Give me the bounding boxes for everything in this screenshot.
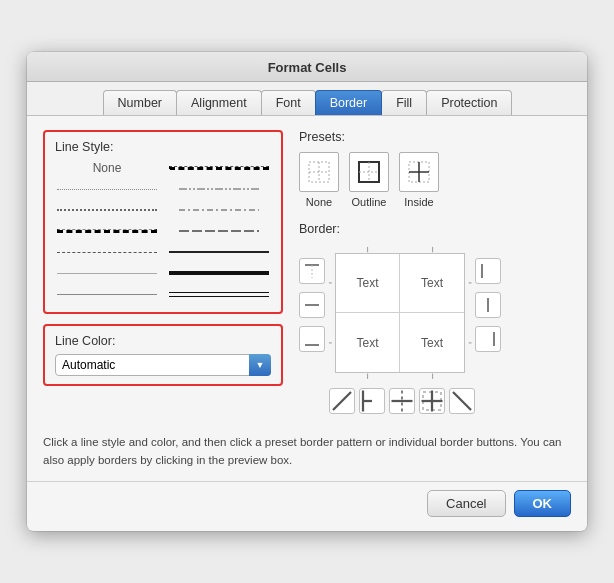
border-btn-right[interactable] <box>475 326 501 352</box>
line-color-dropdown-wrapper: Automatic <box>55 354 271 376</box>
line-styles-grid: None <box>55 160 271 302</box>
preset-none-icon <box>299 152 339 192</box>
tick-top-right: ╷ <box>430 242 435 252</box>
preview-row: ╴ ╴ Text Text Text Text ╶ ╶ <box>329 253 471 373</box>
border-btn-left[interactable] <box>475 258 501 284</box>
preset-outline[interactable]: Outline <box>349 152 389 208</box>
border-btn-diag-left[interactable] <box>359 388 385 414</box>
left-panel: Line Style: None <box>43 130 283 414</box>
tab-border[interactable]: Border <box>315 90 383 115</box>
border-preview-box[interactable]: Text Text Text Text <box>335 253 465 373</box>
right-border-buttons <box>475 242 501 354</box>
line-style-none[interactable]: None <box>55 160 159 176</box>
preview-cell-tr: Text <box>400 254 464 313</box>
preset-inside-label: Inside <box>404 196 433 208</box>
border-preview-wrapper: ╷ ╷ ╴ ╴ Text Text Text Text <box>329 242 471 384</box>
preset-none[interactable]: None <box>299 152 339 208</box>
svg-line-31 <box>453 392 471 410</box>
dialog-title: Format Cells <box>27 52 587 82</box>
tick-bottom-right: ╵ <box>430 374 435 384</box>
tick-left-top: ╴ <box>329 278 334 288</box>
right-ticks: ╶ ╶ <box>466 253 471 373</box>
line-style-2[interactable] <box>55 202 159 218</box>
preset-inside-icon <box>399 152 439 192</box>
ok-button[interactable]: OK <box>514 490 572 517</box>
tab-font[interactable]: Font <box>261 90 316 115</box>
preset-none-label: None <box>306 196 332 208</box>
tab-number[interactable]: Number <box>103 90 177 115</box>
left-ticks: ╴ ╴ <box>329 253 334 373</box>
preset-inside[interactable]: Inside <box>399 152 439 208</box>
line-style-r4[interactable] <box>167 223 271 239</box>
border-btn-diag-tr[interactable] <box>449 388 475 414</box>
presets-label: Presets: <box>299 130 571 144</box>
hint-text: Click a line style and color, and then c… <box>43 426 571 481</box>
tab-fill[interactable]: Fill <box>381 90 427 115</box>
preset-outline-label: Outline <box>352 196 387 208</box>
line-color-select[interactable]: Automatic <box>55 354 271 376</box>
border-btn-middle-v[interactable] <box>475 292 501 318</box>
line-style-r1[interactable] <box>167 160 271 176</box>
line-style-5[interactable] <box>55 265 159 281</box>
left-border-buttons <box>299 242 325 354</box>
tab-protection[interactable]: Protection <box>426 90 512 115</box>
line-color-label: Line Color: <box>55 334 271 348</box>
tick-bottom-left: ╵ <box>365 374 370 384</box>
border-area: ╷ ╷ ╴ ╴ Text Text Text Text <box>299 242 571 384</box>
line-style-r7[interactable] <box>167 286 271 302</box>
border-btn-diag-tl[interactable] <box>329 388 355 414</box>
line-style-label: Line Style: <box>55 140 271 154</box>
dialog-body: Line Style: None <box>27 116 587 426</box>
line-color-section: Line Color: Automatic <box>43 324 283 386</box>
presets-row: None Outline <box>299 152 571 208</box>
hint-area: Click a line style and color, and then c… <box>27 426 587 481</box>
line-color-dropdown-row: Automatic <box>55 354 271 376</box>
tick-right-bottom: ╶ <box>466 338 471 348</box>
line-style-section: Line Style: None <box>43 130 283 314</box>
border-btn-middle-h[interactable] <box>299 292 325 318</box>
format-cells-dialog: Format Cells Number Alignment Font Borde… <box>27 52 587 531</box>
line-style-3[interactable] <box>55 223 159 239</box>
border-btn-diag-h[interactable] <box>389 388 415 414</box>
line-style-r2[interactable] <box>167 181 271 197</box>
svg-line-23 <box>333 392 351 410</box>
preview-cell-bl: Text <box>336 313 400 372</box>
bottom-buttons: Cancel OK <box>27 481 587 531</box>
preset-outline-icon <box>349 152 389 192</box>
line-style-4[interactable] <box>55 244 159 260</box>
tick-top-left: ╷ <box>365 242 370 252</box>
right-panel: Presets: None <box>299 130 571 414</box>
border-btn-top[interactable] <box>299 258 325 284</box>
border-btn-diag-cross[interactable] <box>419 388 445 414</box>
line-style-r3[interactable] <box>167 202 271 218</box>
border-label: Border: <box>299 222 571 236</box>
tab-bar: Number Alignment Font Border Fill Protec… <box>27 82 587 116</box>
line-styles-left-col: None <box>55 160 159 302</box>
line-style-r6[interactable] <box>167 265 271 281</box>
tick-left-bottom: ╴ <box>329 338 334 348</box>
tick-right-top: ╶ <box>466 278 471 288</box>
border-btn-bottom[interactable] <box>299 326 325 352</box>
tab-alignment[interactable]: Alignment <box>176 90 262 115</box>
top-ticks: ╷ ╷ <box>329 242 471 252</box>
diagonal-buttons-row <box>329 388 571 414</box>
line-style-r5[interactable] <box>167 244 271 260</box>
line-style-6[interactable] <box>55 286 159 302</box>
preview-cell-br: Text <box>400 313 464 372</box>
line-styles-right-col <box>167 160 271 302</box>
preview-cell-tl: Text <box>336 254 400 313</box>
cancel-button[interactable]: Cancel <box>427 490 505 517</box>
line-style-1[interactable] <box>55 181 159 197</box>
bottom-ticks: ╵ ╵ <box>329 374 471 384</box>
